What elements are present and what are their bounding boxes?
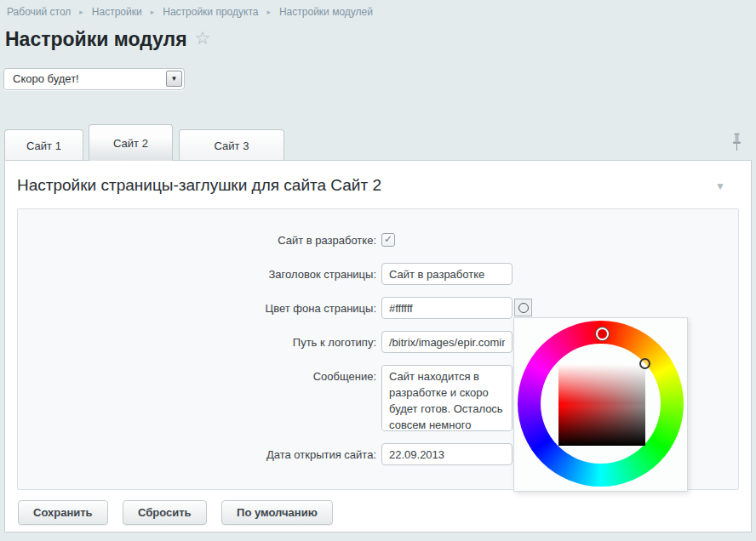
saturation-handle[interactable] xyxy=(639,358,650,369)
page-title-input[interactable] xyxy=(381,263,513,285)
background-color-input[interactable] xyxy=(381,297,513,319)
form-row-page-title: Заголовок страницы: xyxy=(18,263,738,285)
breadcrumb-separator-icon: ▸ xyxy=(266,8,271,16)
breadcrumb-separator-icon: ▸ xyxy=(79,8,83,16)
breadcrumb: Рабочий стол▸Настройки▸Настройки продукт… xyxy=(7,6,381,18)
page-header: Настройки модуля☆ xyxy=(5,28,210,51)
dropdown-arrow-icon[interactable]: ▼ xyxy=(166,71,182,87)
section-collapse-icon[interactable]: ▼ xyxy=(715,180,725,192)
breadcrumb-item-settings[interactable]: Настройки xyxy=(92,6,142,18)
field-label: Дата открытия сайта: xyxy=(18,443,376,461)
color-picker-button[interactable] xyxy=(514,299,532,316)
page-title: Настройки модуля xyxy=(5,28,187,50)
site-in-development-checkbox[interactable]: ✓ xyxy=(381,233,395,247)
tab-site-3[interactable]: Сайт 3 xyxy=(179,129,284,161)
site-open-date-input[interactable] xyxy=(381,443,513,465)
breadcrumb-separator-icon: ▸ xyxy=(151,8,155,16)
message-textarea[interactable]: Сайт находится в разработке и скоро буде… xyxy=(381,365,513,431)
tab-site-1[interactable]: Сайт 1 xyxy=(4,129,83,161)
reset-button[interactable]: Сбросить xyxy=(123,500,207,525)
color-circle-icon xyxy=(518,303,529,313)
pin-icon[interactable] xyxy=(731,133,742,156)
breadcrumb-item-desktop[interactable]: Рабочий стол xyxy=(7,6,71,18)
module-select-value: Скоро будет! xyxy=(13,69,79,89)
module-select-dropdown[interactable]: Скоро будет! ▼ xyxy=(3,68,185,90)
tab-site-2[interactable]: Сайт 2 xyxy=(89,124,173,161)
field-label: Цвет фона страницы: xyxy=(18,297,376,315)
section-header: Настройки страницы-заглушки для сайта Са… xyxy=(17,176,739,202)
module-settings-page: { "breadcrumb": { "items": ["Рабочий сто… xyxy=(0,0,756,541)
field-label: Сайт в разработке: xyxy=(18,233,376,247)
field-label: Сообщение: xyxy=(18,365,376,383)
form-row-site-in-development: Сайт в разработке: ✓ xyxy=(18,233,738,247)
section-title: Настройки страницы-заглушки для сайта Са… xyxy=(17,176,381,194)
save-button[interactable]: Сохранить xyxy=(18,500,108,525)
default-button[interactable]: По умолчанию xyxy=(221,500,333,525)
saturation-square[interactable] xyxy=(558,364,645,446)
form-row-background-color: Цвет фона страницы: xyxy=(18,297,738,319)
logo-path-input[interactable] xyxy=(381,331,513,353)
hue-handle[interactable] xyxy=(596,327,609,340)
breadcrumb-item-module-settings[interactable]: Настройки модулей xyxy=(279,6,373,18)
favorite-star-icon[interactable]: ☆ xyxy=(195,28,211,48)
field-label: Заголовок страницы: xyxy=(18,263,376,281)
form-footer: Сохранить Сбросить По умолчанию xyxy=(18,500,344,525)
color-picker-popup xyxy=(513,317,688,492)
field-label: Путь к логотипу: xyxy=(18,331,376,349)
breadcrumb-item-product-settings[interactable]: Настройки продукта xyxy=(163,6,258,18)
